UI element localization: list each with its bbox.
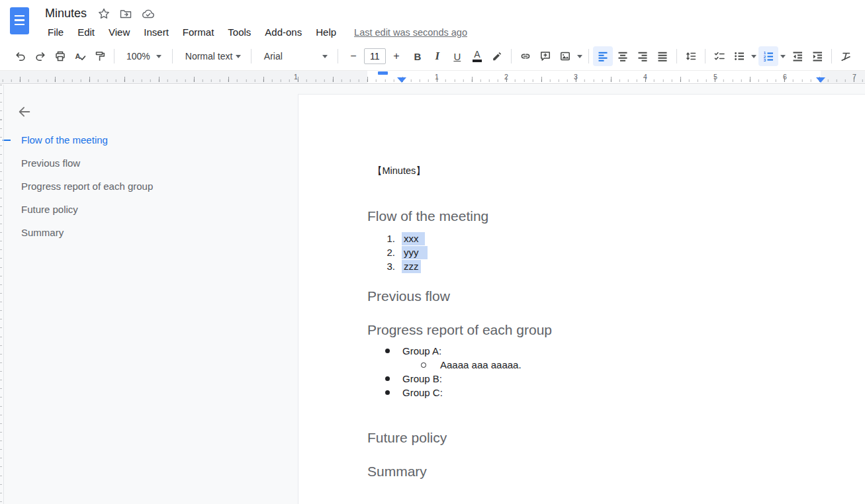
move-to-folder-icon[interactable] [119,7,132,21]
italic-button[interactable]: I [428,46,447,66]
undo-button[interactable] [11,46,30,66]
align-left-button[interactable] [593,46,613,66]
chevron-down-icon [236,55,241,58]
last-edit-link[interactable]: Last edit was seconds ago [354,27,467,38]
chevron-down-icon [751,55,756,58]
menu-item[interactable]: Format [183,26,214,38]
outline-item[interactable]: Future policy [0,198,294,221]
font-size-input[interactable]: 11 [364,48,386,64]
menu-item[interactable]: Help [316,26,336,38]
chevron-down-icon [577,55,582,58]
underline-button[interactable]: U [447,46,467,66]
bullet-item-group-c[interactable]: Group C: [298,386,865,399]
bullet-text: Group C: [402,387,443,398]
menu-item[interactable]: Insert [144,26,169,38]
doc-tag-paragraph[interactable]: 【Minutes】 [373,164,426,177]
toolbar: A 100% Normal text Arial − 11 + B I U A [0,42,865,71]
chevron-down-icon [780,55,786,58]
highlight-color-button[interactable] [487,46,507,66]
print-button[interactable] [50,46,70,66]
outline-item[interactable]: Flow of the meeting [0,128,294,151]
insert-image-button[interactable] [555,46,575,66]
toolbar-separator [114,49,114,63]
decrease-font-size-button[interactable]: − [345,48,362,65]
close-outline-button[interactable] [17,104,32,120]
bullet-disc-icon [385,376,390,381]
zoom-value: 100% [126,51,150,62]
spellcheck-button[interactable]: A [70,46,90,66]
horizontal-ruler[interactable]: 11234567 [0,71,865,84]
toolbar-separator [588,49,589,63]
bullet-item-group-a[interactable]: Group A: [298,344,865,358]
bold-button[interactable]: B [408,46,428,66]
increase-indent-button[interactable] [807,46,827,66]
numbered-list-item[interactable]: 1. xxx [298,231,865,245]
list-number: 2. [298,247,395,258]
ruler-number: 6 [783,73,787,81]
justify-button[interactable] [653,46,672,66]
toolbar-separator [338,49,338,63]
increase-font-size-button[interactable]: + [388,48,405,65]
add-comment-button[interactable] [535,46,555,66]
outline-item-label: Progress report of each group [21,181,153,192]
bullet-item-group-b[interactable]: Group B: [298,372,865,386]
paragraph-style-dropdown[interactable]: Normal text [177,46,247,66]
zoom-dropdown[interactable]: 100% [118,46,168,66]
insert-link-button[interactable] [516,46,535,66]
font-size-control: − 11 + [345,48,405,65]
menu-item[interactable]: Edit [77,26,95,38]
left-indent-marker[interactable] [397,77,406,83]
toolbar-separator [172,49,173,63]
outline-item[interactable]: Progress report of each group [0,175,294,198]
numbered-list-item[interactable]: 2. yyy [298,245,865,259]
bullet-text: Aaaaa aaa aaaaa. [440,359,522,370]
first-line-indent-marker[interactable] [378,71,388,75]
ruler-number: 7 [852,73,856,81]
line-spacing-button[interactable] [681,46,701,66]
bullet-list-button[interactable] [729,46,749,66]
menu-item[interactable]: Add-ons [265,26,302,38]
clear-formatting-button[interactable] [836,46,856,66]
paint-format-button[interactable] [90,46,110,66]
outline-item[interactable]: Summary [0,221,294,244]
menu-item[interactable]: View [109,26,130,38]
star-icon[interactable] [97,7,111,21]
outline-item[interactable]: Previous flow [0,151,294,175]
numbered-list-dropdown[interactable] [778,46,788,66]
google-docs-logo-icon[interactable] [10,7,29,34]
svg-text:3: 3 [764,58,766,62]
document-page[interactable]: 【Minutes】 Flow of the meeting 1. xxx 2. … [298,94,865,504]
bullet-disc-icon [385,390,390,395]
menu-bar: FileEditViewInsertFormatToolsAdd-onsHelp… [45,24,467,40]
heading-progress[interactable]: Progress report of each group [367,321,552,339]
docs-logo-lines [15,15,24,26]
chevron-down-icon [156,55,161,58]
bullet-disc-icon [385,349,390,353]
menu-item[interactable]: Tools [228,26,251,38]
align-right-button[interactable] [633,46,653,66]
bullet-subitem-group-a[interactable]: Aaaaa aaa aaaaa. [298,358,865,372]
selected-text: yyy [402,246,428,259]
decrease-indent-button[interactable] [788,46,807,66]
heading-summary[interactable]: Summary [367,463,427,480]
insert-image-dropdown[interactable] [575,46,584,66]
bullet-list-dropdown[interactable] [749,46,758,66]
align-center-button[interactable] [613,46,633,66]
toolbar-separator [831,49,832,63]
document-title[interactable]: Minutes [45,7,87,21]
numbered-list-button[interactable]: 123 [758,46,778,66]
redo-button[interactable] [30,46,50,66]
heading-flow[interactable]: Flow of the meeting [367,208,488,225]
bullet-list: Group A: Aaaaa aaa aaaaa. Group B: Group… [298,344,865,399]
numbered-list-item[interactable]: 3. zzz [298,259,865,273]
checklist-button[interactable] [709,46,729,66]
selected-text: zzz [402,260,421,273]
menu-item[interactable]: File [48,26,64,38]
right-indent-marker[interactable] [816,77,825,83]
font-dropdown[interactable]: Arial [255,46,334,66]
heading-future[interactable]: Future policy [367,429,447,446]
cloud-saved-icon[interactable] [141,7,156,21]
heading-previous[interactable]: Previous flow [367,288,450,305]
toolbar-separator [511,49,512,63]
text-color-button[interactable]: A [467,46,487,66]
